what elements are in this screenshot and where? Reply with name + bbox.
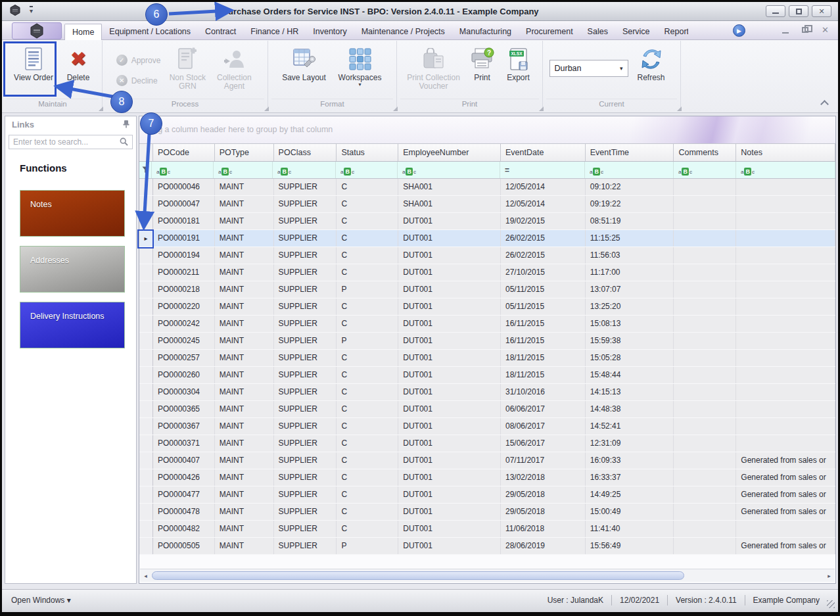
tab-finance-hr[interactable]: Finance / HR [243, 24, 306, 40]
child-close-button[interactable]: ✕ [822, 25, 829, 35]
cell-date: 26/02/2015 [501, 247, 586, 264]
tab-service[interactable]: Service [615, 24, 657, 40]
application-menu-button[interactable] [12, 22, 62, 39]
column-header-time[interactable]: EventTime [586, 144, 674, 161]
table-row-PO0000482[interactable]: PO0000482MAINTSUPPLIERCDUT00111/06/20181… [139, 521, 835, 538]
table-row-PO0000046[interactable]: PO0000046MAINTSUPPLIERCSHA00112/05/20140… [139, 179, 835, 196]
cell-employee: DUT001 [398, 418, 501, 435]
non-stock-grn-button[interactable]: Non Stock GRN [164, 43, 210, 98]
function-tile-addresses[interactable]: Addresses [20, 246, 125, 293]
table-row-PO0000505[interactable]: PO0000505MAINTSUPPLIERPDUT00128/06/20191… [139, 538, 835, 555]
filter-cell-potype[interactable]: aBc [214, 162, 273, 178]
minimize-button[interactable] [766, 5, 785, 17]
search-input[interactable] [9, 135, 133, 149]
function-tile-delivery-instructions[interactable]: Delivery Instructions [20, 302, 125, 348]
cell-pocode: PO0000426 [153, 469, 215, 486]
cell-poclass: SUPPLIER [274, 521, 337, 537]
delete-button[interactable]: ✖ Delete [59, 43, 97, 98]
collapse-ribbon-icon[interactable] [820, 100, 829, 108]
tab-reports[interactable]: Reports [657, 24, 688, 40]
table-row-PO0000477[interactable]: PO0000477MAINTSUPPLIERCDUT00129/05/20181… [139, 486, 835, 504]
filter-cell-notes[interactable]: aBc [736, 162, 835, 178]
dialog-launcher-icon[interactable] [677, 107, 682, 111]
table-row-PO0000181[interactable]: PO0000181MAINTSUPPLIERCDUT00119/02/20150… [139, 213, 835, 230]
export-button[interactable]: XLSX Export [500, 43, 538, 98]
column-header-status[interactable]: Status [337, 144, 398, 161]
function-tile-notes[interactable]: Notes [20, 190, 125, 237]
child-restore-button[interactable] [802, 27, 808, 33]
filter-cell-pocode[interactable]: aBc [152, 162, 214, 178]
print-collection-voucher-button[interactable]: Print Collection Voucher [402, 43, 465, 98]
resize-grip[interactable] [827, 600, 835, 608]
filter-cell-status[interactable]: aBc [336, 162, 398, 178]
table-row-PO0000218[interactable]: PO0000218MAINTSUPPLIERPDUT00105/11/20151… [139, 281, 835, 298]
filter-cell-poclass[interactable]: aBc [273, 162, 336, 178]
table-row-PO0000371[interactable]: PO0000371MAINTSUPPLIERCDUT00115/06/20171… [139, 435, 835, 452]
table-row-PO0000367[interactable]: PO0000367MAINTSUPPLIERCDUT00108/06/20171… [139, 418, 835, 435]
column-header-notes[interactable]: Notes [736, 144, 835, 161]
table-row-PO0000260[interactable]: PO0000260MAINTSUPPLIERCDUT00118/11/20151… [139, 367, 835, 384]
horizontal-scrollbar[interactable]: ◂ ▸ [140, 569, 835, 582]
refresh-button[interactable]: Refresh [628, 43, 674, 98]
workspaces-button[interactable]: Workspaces ▾ [332, 43, 388, 98]
table-row-PO0000194[interactable]: PO0000194MAINTSUPPLIERCDUT00126/02/20151… [139, 247, 835, 264]
child-minimize-button[interactable] [782, 27, 789, 34]
print-button[interactable]: ? Print [465, 43, 500, 98]
scrollbar-thumb[interactable] [152, 571, 684, 580]
table-row-PO0000220[interactable]: PO0000220MAINTSUPPLIERCDUT00105/11/20151… [139, 298, 835, 316]
search-icon[interactable] [120, 137, 128, 146]
tab-manufacturing[interactable]: Manufacturing [452, 24, 519, 40]
table-row-PO0000426[interactable]: PO0000426MAINTSUPPLIERCDUT00113/02/20181… [139, 469, 835, 486]
close-button[interactable]: ✕ [812, 5, 831, 17]
scroll-right-icon[interactable]: ▸ [824, 573, 835, 579]
tab-inventory[interactable]: Inventory [306, 24, 354, 40]
column-header-poclass[interactable]: POClass [274, 144, 337, 161]
column-header-potype[interactable]: POType [215, 144, 274, 161]
tab-contract[interactable]: Contract [198, 24, 243, 40]
qat-dropdown-icon[interactable]: ▾ [30, 6, 33, 14]
cell-comments [674, 196, 736, 212]
callout-8: 8 [110, 91, 133, 113]
save-layout-button[interactable]: Save Layout [277, 43, 332, 98]
tab-equipment-locations[interactable]: Equipment / Locations [102, 24, 198, 40]
cell-potype: MAINT [215, 504, 274, 520]
table-row-PO0000257[interactable]: PO0000257MAINTSUPPLIERCDUT00118/11/20151… [139, 350, 835, 367]
column-header-pocode[interactable]: POCode [153, 144, 215, 161]
cell-comments [674, 350, 736, 366]
branch-select[interactable]: Durban ▾ [549, 60, 628, 77]
table-row-PO0000211[interactable]: PO0000211MAINTSUPPLIERCDUT00127/10/20151… [139, 264, 835, 281]
table-row-PO0000191[interactable]: ▸PO0000191MAINTSUPPLIERCDUT00126/02/2015… [139, 230, 835, 247]
tab-sales[interactable]: Sales [580, 24, 615, 40]
table-row-PO0000245[interactable]: PO0000245MAINTSUPPLIERPDUT00116/11/20151… [139, 333, 835, 350]
filter-cell-comments[interactable]: aBc [674, 162, 736, 178]
column-header-date[interactable]: EventDate [501, 144, 586, 161]
pin-icon[interactable] [122, 120, 130, 128]
collection-agent-button[interactable]: Collection Agent [210, 43, 258, 98]
filter-cell-time[interactable]: aBc [585, 162, 674, 178]
table-row-PO0000407[interactable]: PO0000407MAINTSUPPLIERCDUT00107/11/20171… [139, 452, 835, 469]
cell-potype: MAINT [215, 316, 274, 332]
tab-maintenance-projects[interactable]: Maintenance / Projects [354, 24, 452, 40]
tab-scroll-right-icon[interactable]: ▶ [733, 24, 745, 37]
column-header-comments[interactable]: Comments [674, 144, 736, 161]
filter-cell-indicator[interactable] [139, 162, 152, 178]
decline-button[interactable]: ✕ Decline [116, 75, 161, 86]
column-header-employee[interactable]: EmployeeNumber [398, 144, 501, 161]
tab-home[interactable]: Home [64, 24, 102, 40]
open-windows-button[interactable]: Open Windows ▾ [11, 596, 71, 605]
filter-cell-date[interactable]: = [500, 162, 585, 178]
tab-procurement[interactable]: Procurement [519, 24, 580, 40]
table-row-PO0000478[interactable]: PO0000478MAINTSUPPLIERCDUT00129/05/20181… [139, 504, 835, 521]
table-row-PO0000304[interactable]: PO0000304MAINTSUPPLIERCDUT00131/10/20161… [139, 384, 835, 401]
cell-date: 26/02/2015 [501, 230, 586, 247]
table-row-PO0000047[interactable]: PO0000047MAINTSUPPLIERCSHA00112/05/20140… [139, 196, 835, 213]
table-row-PO0000365[interactable]: PO0000365MAINTSUPPLIERCDUT00106/06/20171… [139, 401, 835, 418]
filter-cell-employee[interactable]: aBc [398, 162, 500, 178]
maximize-button[interactable] [789, 5, 808, 17]
scroll-left-icon[interactable]: ◂ [140, 573, 151, 579]
group-by-bar[interactable]: Drag a column header here to group by th… [139, 116, 835, 144]
approve-button[interactable]: ✓ Approve [116, 55, 161, 66]
table-row-PO0000242[interactable]: PO0000242MAINTSUPPLIERCDUT00116/11/20151… [139, 316, 835, 333]
quick-access-toolbar[interactable]: ▾ [10, 5, 33, 16]
cell-pocode: PO0000482 [153, 521, 215, 537]
